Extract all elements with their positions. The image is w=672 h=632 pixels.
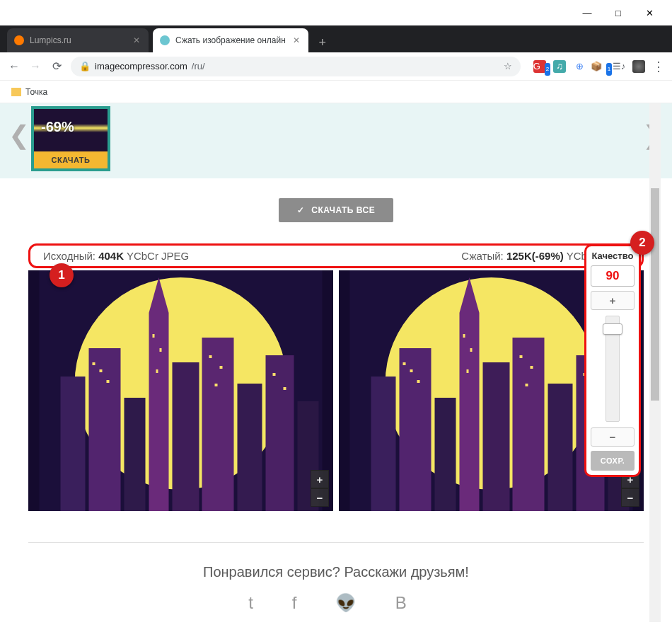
scrollbar-thumb[interactable]	[651, 188, 659, 401]
svg-rect-21	[273, 373, 276, 376]
city-image	[28, 270, 333, 511]
folder-icon	[11, 88, 21, 96]
comparison-section: 1 Исходный: 404K YCbCr JPEG Сжатый: 125K…	[0, 243, 672, 525]
svg-rect-13	[100, 369, 103, 372]
quality-panel: 2 Качество 90 + − СОХР.	[584, 244, 641, 477]
svg-rect-30	[483, 362, 510, 511]
svg-rect-4	[124, 398, 146, 511]
page-scrollbar[interactable]	[649, 103, 661, 622]
reload-button[interactable]: ⟳	[50, 59, 64, 73]
svg-rect-39	[470, 348, 473, 352]
carousel-prev-button[interactable]: ❮	[8, 120, 30, 150]
browser-tab[interactable]: Lumpics.ru ✕	[7, 28, 149, 52]
svg-rect-15	[153, 334, 155, 338]
svg-rect-27	[435, 398, 456, 511]
browser-toolbar: ← → ⟳ 🔒 imagecompressor.com/ru/ ☆ G2 ♫ ⊕…	[0, 52, 672, 81]
download-all-label: СКАЧАТЬ ВСЕ	[311, 205, 375, 215]
svg-rect-36	[410, 369, 413, 372]
svg-rect-42	[531, 366, 533, 369]
quality-slider-track[interactable]	[606, 316, 620, 422]
window-maximize-button[interactable]: □	[603, 2, 634, 23]
thumbnail-card[interactable]: -69% СКАЧАТЬ	[31, 106, 110, 171]
zoom-out-button[interactable]: −	[621, 488, 639, 507]
annotation-callout-1: 1	[50, 263, 74, 287]
svg-rect-28	[460, 313, 480, 511]
annotation-callout-2: 2	[630, 231, 654, 255]
quality-slider-thumb[interactable]	[603, 323, 622, 335]
window-titlebar: — □ ✕	[0, 0, 672, 25]
bookmarks-bar: Точка	[0, 81, 672, 103]
reading-list-icon[interactable]: ☰♪	[613, 60, 625, 73]
favicon-icon	[160, 35, 170, 45]
svg-rect-20	[215, 384, 218, 386]
compressed-size: 125K(-69%)	[506, 250, 564, 262]
download-all-button[interactable]: ✓ СКАЧАТЬ ВСЕ	[279, 198, 393, 222]
profile-avatar[interactable]	[632, 60, 645, 73]
quality-plus-button[interactable]: +	[591, 291, 635, 310]
page-content: ❮ ❯ -69% СКАЧАТЬ ✓ СКАЧАТЬ ВСЕ 1 Исходны…	[0, 103, 672, 632]
extension-icon[interactable]: ♫	[553, 60, 566, 73]
svg-rect-31	[513, 338, 545, 511]
svg-rect-10	[266, 355, 294, 511]
original-label: Исходный:	[43, 250, 98, 262]
window-close-button[interactable]: ✕	[634, 2, 665, 23]
comparison-images: + −	[28, 270, 644, 511]
quality-value-input[interactable]: 90	[591, 265, 635, 287]
svg-rect-40	[467, 369, 469, 373]
check-icon: ✓	[297, 205, 305, 215]
address-bar[interactable]: 🔒 imagecompressor.com/ru/ ☆	[71, 57, 521, 76]
svg-rect-3	[89, 348, 121, 511]
original-stats: Исходный: 404K YCbCr JPEG	[43, 250, 189, 262]
menu-button[interactable]: ⋮	[652, 60, 665, 73]
favicon-icon	[14, 35, 24, 45]
svg-rect-19	[220, 366, 223, 369]
window-minimize-button[interactable]: —	[572, 2, 603, 23]
browser-tab-active[interactable]: Сжать изображение онлайн ✕	[153, 28, 308, 52]
svg-rect-16	[160, 348, 162, 352]
save-button[interactable]: СОХР.	[591, 451, 635, 471]
svg-rect-38	[463, 334, 465, 338]
svg-rect-7	[173, 362, 199, 511]
svg-rect-32	[548, 384, 573, 511]
tab-close-icon[interactable]: ✕	[291, 35, 301, 45]
svg-rect-22	[284, 387, 286, 390]
compression-badge: -69%	[41, 119, 74, 135]
back-button[interactable]: ←	[7, 60, 21, 73]
original-info: YCbCr JPEG	[124, 250, 189, 262]
quality-minus-button[interactable]: −	[591, 427, 635, 447]
extension-icon[interactable]: 📦1	[593, 60, 606, 73]
extension-icon[interactable]: G2	[533, 60, 546, 73]
lock-icon: 🔒	[79, 61, 91, 71]
svg-rect-9	[238, 384, 262, 511]
svg-rect-8	[202, 338, 234, 511]
url-path: /ru/	[192, 61, 205, 71]
zoom-controls: + −	[311, 470, 329, 507]
svg-rect-41	[520, 355, 523, 358]
bookmark-item[interactable]: Точка	[25, 87, 47, 97]
extension-icon[interactable]: ⊕	[573, 60, 586, 73]
zoom-out-button[interactable]: −	[311, 488, 329, 507]
forward-button[interactable]: →	[28, 60, 42, 73]
new-tab-button[interactable]: +	[313, 33, 332, 52]
download-all-row: ✓ СКАЧАТЬ ВСЕ	[0, 178, 672, 243]
svg-rect-43	[526, 384, 528, 386]
svg-rect-18	[209, 355, 212, 358]
original-image-pane[interactable]: + −	[28, 270, 333, 511]
svg-rect-5	[149, 313, 169, 511]
star-icon[interactable]: ☆	[504, 61, 512, 71]
share-icons[interactable]: t f 👽 B	[0, 586, 672, 627]
svg-rect-12	[93, 362, 95, 365]
stats-bar: Исходный: 404K YCbCr JPEG Сжатый: 125K(-…	[28, 243, 644, 268]
zoom-in-button[interactable]: +	[311, 470, 329, 488]
thumbnail-download-button[interactable]: СКАЧАТЬ	[34, 151, 108, 168]
svg-rect-14	[107, 380, 110, 383]
svg-rect-35	[403, 362, 406, 365]
original-size: 404K	[98, 250, 124, 262]
quality-label: Качество	[591, 251, 635, 261]
share-heading: Понравился сервис? Расскажи друзьям!	[0, 564, 672, 586]
tab-close-icon[interactable]: ✕	[132, 35, 141, 45]
svg-rect-37	[417, 380, 420, 383]
url-host: imagecompressor.com	[95, 61, 187, 71]
thumbnail-image: -69%	[34, 109, 108, 151]
browser-tabstrip: Lumpics.ru ✕ Сжать изображение онлайн ✕ …	[0, 25, 672, 52]
